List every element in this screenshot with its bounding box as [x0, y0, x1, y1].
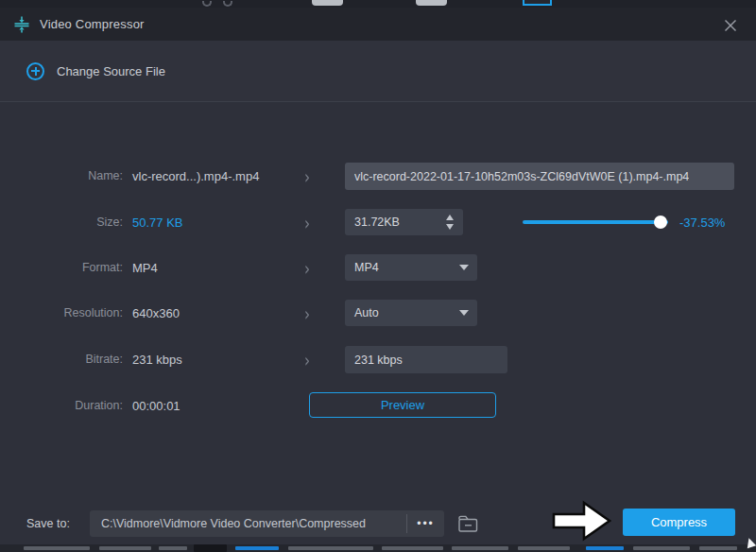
resolution-label: Resolution: [28, 306, 123, 319]
size-label: Size: [28, 216, 123, 229]
change-source-file-button[interactable]: Change Source File [0, 62, 165, 80]
clipped-link-fragment [586, 546, 624, 550]
format-value: MP4 [132, 261, 158, 275]
size-slider[interactable] [523, 220, 668, 224]
change-source-file-label: Change Source File [57, 64, 165, 78]
clipped-text-fragment [452, 546, 508, 550]
size-reduction-percent: -37.53% [679, 216, 725, 230]
resolution-select-value: Auto [354, 306, 379, 319]
chevron-right-icon: › [304, 165, 310, 188]
name-label: Name: [28, 169, 123, 182]
clipped-text-fragment [24, 546, 90, 550]
chevron-right-icon: › [304, 257, 310, 280]
chevron-down-icon [459, 265, 469, 270]
clipped-text-fragment [699, 546, 737, 550]
duration-value: 00:00:01 [132, 399, 180, 413]
clipped-button-fragment [312, 0, 343, 6]
size-input-text: 31.72KB [354, 216, 400, 229]
name-input-text: vlc-record-2022-01-17-10h52m03s-ZCl69dVt… [354, 170, 689, 183]
size-input[interactable]: 31.72KB [345, 209, 463, 235]
chevron-down-icon [459, 310, 469, 316]
clipped-button-fragment [416, 0, 447, 6]
clipped-text-fragment [159, 546, 187, 550]
plus-circle-icon [26, 62, 44, 80]
bitrate-input[interactable]: 231 kbps [345, 346, 507, 373]
annotation-arrow-icon [552, 498, 612, 543]
size-value: 50.77 KB [132, 216, 183, 230]
clipped-selected-tab-fragment [523, 0, 552, 6]
preview-button[interactable]: Preview [309, 392, 496, 418]
format-label: Format: [28, 261, 123, 274]
size-slider-handle[interactable] [654, 216, 667, 229]
name-input[interactable]: vlc-record-2022-01-17-10h52m03s-ZCl69dVt… [345, 163, 734, 190]
clipped-link-fragment [235, 546, 279, 550]
stepper-down-icon[interactable] [446, 224, 454, 230]
chevron-right-icon: › [304, 349, 310, 371]
dialog-title: Video Compressor [40, 17, 145, 31]
close-button[interactable] [718, 15, 743, 36]
browse-button[interactable]: ••• [407, 510, 444, 537]
folder-icon [456, 513, 479, 534]
bottom-clipped-strip [0, 544, 756, 552]
clipped-glyph-fragment [202, 1, 212, 7]
clipped-text-fragment [633, 546, 690, 550]
resolution-value: 640x360 [132, 306, 180, 320]
format-select[interactable]: MP4 [345, 254, 477, 281]
clipped-text-fragment [382, 546, 443, 550]
source-header-section: Change Source File [0, 41, 756, 102]
chevron-right-icon: › [304, 212, 310, 234]
save-to-label: Save to: [26, 517, 70, 530]
name-value: vlc-record...).mp4-.mp4 [132, 169, 259, 183]
close-icon [723, 18, 738, 33]
open-folder-button[interactable] [455, 511, 480, 536]
clipped-text-fragment [288, 546, 373, 550]
chevron-right-icon: › [304, 302, 310, 325]
top-clipped-strip [0, 0, 756, 8]
clipped-text-fragment [99, 546, 151, 550]
size-stepper[interactable] [443, 209, 456, 235]
bitrate-input-text: 231 kbps [354, 354, 403, 367]
clipped-text-fragment [518, 546, 570, 550]
format-select-value: MP4 [354, 261, 379, 274]
compress-icon [13, 16, 30, 33]
stepper-up-icon[interactable] [446, 215, 454, 220]
compress-button[interactable]: Compress [623, 509, 735, 536]
save-path-group: C:\Vidmore\Vidmore Video Converter\Compr… [90, 510, 444, 537]
clipped-text-fragment [194, 544, 227, 552]
dialog-titlebar: Video Compressor [0, 8, 756, 41]
clipped-glyph-fragment [223, 1, 232, 7]
duration-label: Duration: [28, 399, 123, 412]
save-path-input[interactable]: C:\Vidmore\Vidmore Video Converter\Compr… [90, 517, 406, 530]
resolution-select[interactable]: Auto [345, 300, 477, 326]
bitrate-label: Bitrate: [28, 353, 123, 366]
bitrate-value: 231 kbps [132, 353, 182, 367]
